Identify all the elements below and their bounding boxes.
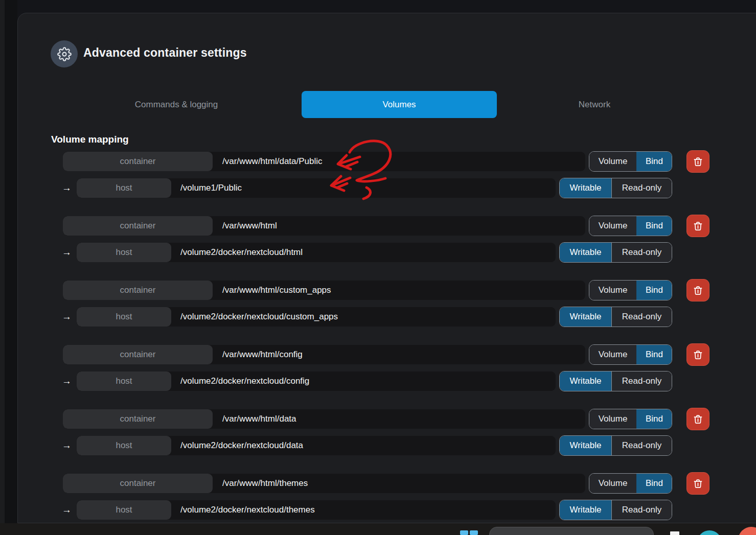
container-path-field[interactable]: container /var/www/html/config [63, 345, 585, 364]
delete-mapping-button[interactable] [686, 215, 709, 237]
mount-type-toggle: Volume Bind [589, 151, 672, 172]
host-path-value[interactable]: /volume1/Public [171, 178, 556, 198]
trash-icon [693, 156, 703, 167]
volume-mapping-row: container /var/www/html/data Volume Bind… [18, 409, 756, 456]
read-only-option-button[interactable]: Read-only [611, 371, 672, 391]
container-path-value[interactable]: /var/www/html/data/Public [213, 152, 585, 171]
delete-mapping-button[interactable] [686, 279, 709, 301]
mount-type-toggle: Volume Bind [589, 473, 672, 494]
host-prefix-label: host [77, 243, 171, 262]
container-prefix-label: container [63, 216, 213, 236]
trash-icon [693, 478, 703, 489]
left-gutter [5, 0, 17, 523]
bind-option-button[interactable]: Bind [636, 281, 672, 300]
trash-icon [693, 221, 703, 231]
bind-option-button[interactable]: Bind [636, 345, 672, 364]
host-path-field[interactable]: host /volume1/Public [77, 178, 556, 198]
bind-option-button[interactable]: Bind [636, 409, 672, 429]
volume-mapping-heading: Volume mapping [51, 134, 129, 145]
host-prefix-label: host [77, 436, 171, 455]
volume-option-button[interactable]: Volume [589, 281, 636, 300]
trash-icon [693, 350, 703, 360]
host-path-field[interactable]: host /volume2/docker/nextcloud/themes [77, 500, 556, 520]
advanced-settings-panel: Advanced container settings Commands & l… [17, 13, 756, 523]
container-path-field[interactable]: container /var/www/html/themes [63, 474, 585, 493]
arrow-right-icon: → [62, 307, 74, 327]
arrow-right-icon: → [62, 371, 74, 391]
volume-mapping-row: container /var/www/html Volume Bind → ho… [18, 216, 756, 263]
host-path-value[interactable]: /volume2/docker/nextcloud/themes [171, 500, 556, 520]
read-only-option-button[interactable]: Read-only [611, 500, 672, 520]
host-path-value[interactable]: /volume2/docker/nextcloud/custom_apps [171, 307, 556, 327]
delete-mapping-button[interactable] [686, 150, 709, 173]
container-path-field[interactable]: container /var/www/html [63, 216, 585, 236]
access-mode-toggle: Writable Read-only [559, 178, 672, 198]
tab-network[interactable]: Network [497, 91, 692, 118]
volume-mapping-row: container /var/www/html/custom_apps Volu… [18, 281, 756, 328]
container-path-value[interactable]: /var/www/html/themes [213, 474, 585, 493]
container-prefix-label: container [63, 474, 213, 493]
trash-icon [693, 414, 703, 425]
read-only-option-button[interactable]: Read-only [611, 307, 672, 327]
host-path-field[interactable]: host /volume2/docker/nextcloud/html [77, 243, 556, 262]
container-path-field[interactable]: container /var/www/html/data/Public [63, 152, 585, 171]
writable-option-button[interactable]: Writable [560, 371, 611, 391]
host-path-field[interactable]: host /volume2/docker/nextcloud/data [77, 436, 556, 455]
volume-option-button[interactable]: Volume [589, 345, 636, 364]
read-only-option-button[interactable]: Read-only [611, 436, 672, 455]
container-prefix-label: container [63, 345, 213, 364]
mount-type-toggle: Volume Bind [589, 344, 672, 365]
dock-app-icon-blue[interactable] [460, 530, 468, 535]
mount-type-toggle: Volume Bind [589, 280, 672, 300]
delete-mapping-button[interactable] [686, 472, 709, 495]
bind-option-button[interactable]: Bind [636, 152, 672, 171]
writable-option-button[interactable]: Writable [560, 178, 611, 198]
tab-volumes[interactable]: Volumes [302, 91, 497, 118]
arrow-right-icon: → [62, 243, 74, 262]
host-path-field[interactable]: host /volume2/docker/nextcloud/config [77, 371, 556, 391]
volume-option-button[interactable]: Volume [589, 216, 636, 236]
dock-app-icon-blue-2[interactable] [470, 530, 478, 535]
volume-mapping-row: container /var/www/html/config Volume Bi… [18, 345, 756, 392]
bind-option-button[interactable]: Bind [636, 474, 672, 493]
tab-commands-logging[interactable]: Commands & logging [79, 91, 274, 118]
volume-option-button[interactable]: Volume [589, 152, 636, 171]
settings-badge [51, 40, 78, 67]
writable-option-button[interactable]: Writable [560, 243, 611, 262]
left-edge-strip [0, 0, 5, 523]
host-path-value[interactable]: /volume2/docker/nextcloud/html [171, 243, 556, 262]
read-only-option-button[interactable]: Read-only [611, 243, 672, 262]
access-mode-toggle: Writable Read-only [559, 307, 672, 327]
host-path-value[interactable]: /volume2/docker/nextcloud/data [171, 436, 556, 455]
access-mode-toggle: Writable Read-only [559, 435, 672, 456]
page-title: Advanced container settings [83, 46, 247, 60]
dock-app-icon-white[interactable] [670, 531, 679, 535]
container-prefix-label: container [63, 152, 213, 171]
container-prefix-label: container [63, 409, 213, 429]
container-path-value[interactable]: /var/www/html/custom_apps [213, 281, 585, 300]
access-mode-toggle: Writable Read-only [559, 371, 672, 391]
host-prefix-label: host [77, 500, 171, 520]
mount-type-toggle: Volume Bind [589, 409, 672, 429]
writable-option-button[interactable]: Writable [560, 436, 611, 455]
container-path-value[interactable]: /var/www/html/config [213, 345, 585, 364]
container-path-value[interactable]: /var/www/html [213, 216, 585, 236]
host-path-value[interactable]: /volume2/docker/nextcloud/config [171, 371, 556, 391]
delete-mapping-button[interactable] [686, 343, 709, 366]
host-prefix-label: host [77, 178, 171, 198]
delete-mapping-button[interactable] [686, 408, 709, 430]
container-path-value[interactable]: /var/www/html/data [213, 409, 585, 429]
volume-option-button[interactable]: Volume [589, 409, 636, 429]
volume-mapping-row: container /var/www/html/themes Volume Bi… [18, 474, 756, 521]
mount-type-toggle: Volume Bind [589, 216, 672, 236]
container-path-field[interactable]: container /var/www/html/custom_apps [63, 281, 585, 300]
container-path-field[interactable]: container /var/www/html/data [63, 409, 585, 429]
read-only-option-button[interactable]: Read-only [611, 178, 672, 198]
writable-option-button[interactable]: Writable [560, 500, 611, 520]
volume-option-button[interactable]: Volume [589, 474, 636, 493]
bind-option-button[interactable]: Bind [636, 216, 672, 236]
dock-search-bar[interactable] [489, 527, 654, 535]
access-mode-toggle: Writable Read-only [559, 500, 672, 520]
host-path-field[interactable]: host /volume2/docker/nextcloud/custom_ap… [77, 307, 556, 327]
writable-option-button[interactable]: Writable [560, 307, 611, 327]
